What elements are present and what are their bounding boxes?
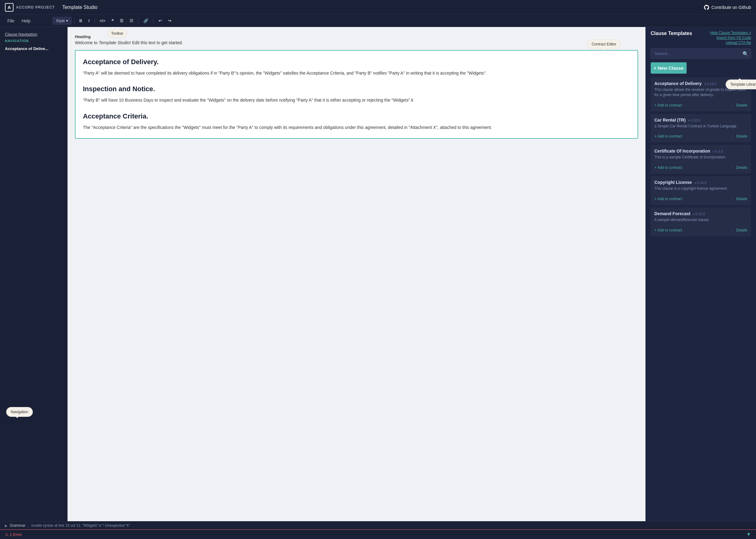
editor-area[interactable]: Heading Welcome to Template Studio! Edit… [67, 27, 645, 521]
left-sidebar: Clause Navigation NAVIGATION Acceptance … [0, 27, 67, 521]
clause-text-1: "Party A" will be deemed to have complet… [83, 70, 630, 76]
clause-card-header-4: Demand Forecast v 0.13.0 [654, 211, 747, 216]
clause-card-actions-2: + Add to contract Details [654, 162, 747, 170]
error-label: ⚠ 1 Error [5, 532, 22, 537]
details-link-4[interactable]: Details [736, 228, 747, 232]
welcome-text: Welcome to Template Studio! Edit this te… [75, 40, 638, 45]
error-bar: ⚠ 1 Error ▼ [0, 529, 756, 539]
style-dropdown[interactable]: Style ▾ [52, 17, 71, 25]
unordered-list-button[interactable]: ☰ [117, 17, 126, 24]
clause-section-1: Acceptance of Delivery. "Party A" will b… [83, 58, 630, 76]
undo-button[interactable]: ↩ [156, 17, 164, 24]
hide-clause-templates-link[interactable]: Hide Clause Templates > [710, 31, 751, 35]
clause-title-1: Acceptance of Delivery. [83, 58, 630, 66]
clause-card-name-1: Car Rental (TR) [654, 117, 686, 122]
logo-area: A ACCORD PROJECT [5, 3, 55, 12]
clause-card-header-1: Car Rental (TR) v 0.10.0 [654, 117, 747, 122]
navigation-callout: Navigation [6, 407, 33, 417]
bottom-separator: : [28, 523, 29, 528]
clause-text-3: The "Acceptance Criteria" are the specif… [83, 124, 630, 131]
clause-card-name-3: Copyright License [654, 180, 692, 185]
toolbar-area: Style ▾ B I </> ❝ ☰ ☷ 🔗 ↩ ↪ Toolbar [52, 17, 174, 25]
clause-card-desc-4: A sample demandforecast clause. [654, 217, 747, 223]
quote-button[interactable]: ❝ [109, 17, 116, 24]
github-icon [704, 4, 710, 10]
clause-card-header-2: Certificate Of Incorporation v 0.3.0 [654, 149, 747, 153]
details-link-1[interactable]: Details [736, 134, 747, 138]
clause-card-actions-1: + Add to contract Details [654, 131, 747, 139]
company-name: ACCORD PROJECT [16, 5, 55, 10]
action-divider-4 [732, 228, 732, 233]
studio-name: Template Studio [62, 5, 98, 10]
right-header-links: Hide Clause Templates > Import from VS C… [710, 31, 751, 45]
clause-card-4: Demand Forecast v 0.13.0 A sample demand… [651, 207, 751, 236]
action-divider-3 [732, 196, 732, 201]
clause-card-actions-4: + Add to contract Details [654, 225, 747, 233]
clause-card-name-4: Demand Forecast [654, 211, 690, 216]
welcome-italic: Template Studio [99, 40, 130, 45]
clause-box: Acceptance of Delivery. "Party A" will b… [75, 50, 638, 139]
details-link-3[interactable]: Details [736, 197, 747, 201]
main-content: Clause Navigation NAVIGATION Acceptance … [0, 27, 756, 521]
navigation-label: NAVIGATION [5, 39, 62, 43]
code-button[interactable]: </> [97, 17, 108, 24]
clause-card-version-2: v 0.3.0 [713, 149, 723, 153]
clause-card-header-3: Copyright License v 0.14.0 [654, 180, 747, 185]
top-nav: A ACCORD PROJECT Template Studio Contrib… [0, 0, 756, 15]
import-from-vscode-link[interactable]: Import from VS Code [716, 36, 751, 40]
welcome-after: ! Edit this text to get started. [129, 40, 183, 45]
editor-header: Heading Welcome to Template Studio! Edit… [75, 35, 638, 45]
details-link-0[interactable]: Details [736, 103, 747, 108]
details-link-2[interactable]: Details [736, 165, 747, 170]
error-message: invalid syntax at line 15 col 11: "Widge… [31, 523, 130, 528]
menu-bar: File Help Style ▾ B I </> ❝ ☰ ☷ 🔗 ↩ ↪ To… [0, 15, 756, 27]
redo-button[interactable]: ↪ [165, 17, 174, 24]
add-to-contract-2[interactable]: + Add to contract [654, 165, 728, 170]
clause-card-3: Copyright License v 0.14.0 This clause i… [651, 176, 751, 205]
grammar-expand-icon[interactable]: ▶ [5, 524, 7, 527]
clause-card-actions-0: + Add to contract Details [654, 100, 747, 108]
clause-card-1: Car Rental (TR) v 0.10.0 a Simple Car Re… [651, 114, 751, 143]
search-area: 🔍 [646, 46, 756, 61]
toolbar-divider-2 [94, 18, 95, 24]
clause-title-3: Acceptance Criteria. [83, 112, 630, 120]
bold-button[interactable]: B [77, 17, 84, 24]
search-icon[interactable]: 🔍 [742, 51, 749, 56]
search-input[interactable] [651, 48, 751, 59]
clause-text-2: "Party B" will have 10 Business Days to … [83, 97, 630, 104]
bottom-bar: ▶ Grammar : invalid syntax at line 15 co… [0, 521, 756, 529]
clause-card-desc-2: This is a sample Certificate of Incorpor… [654, 155, 747, 160]
scroll-down-icon[interactable]: ▼ [746, 532, 751, 537]
template-library-callout: Template Library [725, 80, 756, 89]
italic-button[interactable]: I [86, 17, 92, 24]
toolbar-divider-1 [74, 18, 74, 24]
clause-title-2: Inspection and Notice. [83, 85, 630, 93]
clause-card-version-4: v 0.13.0 [693, 212, 705, 216]
welcome-before: Welcome to [75, 40, 99, 45]
clause-navigation-title[interactable]: Clause Navigation [5, 32, 62, 37]
clause-card-version-1: v 0.10.0 [688, 118, 700, 122]
clause-card-name-2: Certificate Of Incorporation [654, 149, 710, 153]
github-link[interactable]: Contribute on Github [704, 4, 751, 10]
add-to-contract-4[interactable]: + Add to contract [654, 228, 728, 232]
add-to-contract-0[interactable]: + Add to contract [654, 103, 728, 108]
chevron-down-icon: ▾ [66, 18, 68, 23]
right-sidebar-header: Clause Templates Hide Clause Templates >… [646, 27, 756, 46]
clause-list: Acceptance of Delivery v 0.13.0 This cla… [646, 77, 756, 521]
add-to-contract-3[interactable]: + Add to contract [654, 197, 728, 201]
toolbar-callout: Toolbar [107, 29, 127, 38]
clause-card-name-0: Acceptance of Delivery [654, 81, 702, 86]
upload-cta-file-link[interactable]: Upload CTA file [726, 40, 751, 45]
link-button[interactable]: 🔗 [141, 17, 151, 24]
ordered-list-button[interactable]: ☷ [127, 17, 136, 24]
contract-editor-callout: Contract Editor [587, 39, 621, 49]
nav-item-acceptance[interactable]: Acceptance of Delive... [5, 45, 62, 52]
heading-label: Heading [75, 35, 638, 39]
clause-card-version-0: v 0.13.0 [704, 82, 716, 86]
add-to-contract-1[interactable]: + Add to contract [654, 134, 728, 138]
top-nav-right: Contribute on Github [704, 4, 751, 10]
grammar-label: Grammar [10, 523, 26, 528]
new-clause-button[interactable]: + New Clause [651, 62, 687, 74]
file-menu[interactable]: File [4, 17, 18, 25]
help-menu[interactable]: Help [18, 17, 35, 25]
